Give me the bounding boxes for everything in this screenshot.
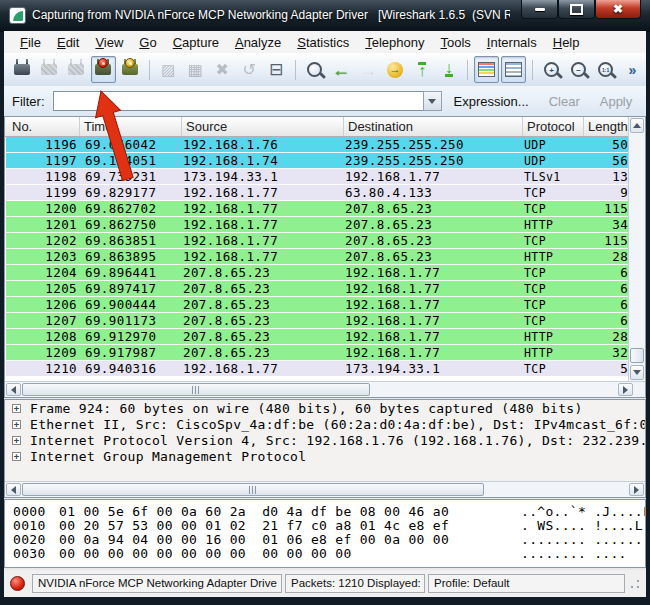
detail-row[interactable]: +Ethernet II, Src: CiscoSpv_4a:df:be (60… [5, 416, 645, 432]
zoom-reset-button[interactable]: 1:1 [593, 56, 618, 83]
save-file-button[interactable]: ▦ [183, 56, 208, 83]
menu-edit[interactable]: Edit [49, 33, 87, 52]
packet-row[interactable]: 120369.863895192.168.1.77207.8.65.23HTTP… [6, 249, 644, 265]
packet-row[interactable]: 119969.829177192.168.1.7763.80.4.133TCP9… [6, 185, 644, 201]
menu-help[interactable]: Help [545, 33, 588, 52]
colorize-button[interactable] [474, 56, 499, 83]
horizontal-scroll-thumb[interactable] [22, 483, 484, 496]
title-bar: Capturing from NVIDIA nForce MCP Network… [0, 0, 650, 32]
find-button[interactable] [302, 56, 327, 83]
column-header-length[interactable]: Length [584, 117, 628, 136]
go-to-packet-button[interactable]: → [382, 56, 407, 83]
go-to-top-button[interactable]: ↑ [409, 56, 434, 83]
minimize-button[interactable] [521, 0, 558, 19]
vertical-scroll-thumb[interactable] [630, 348, 644, 363]
scroll-left-button[interactable] [6, 483, 21, 496]
hex-row[interactable]: 001000 20 57 53 00 00 01 02 21 f7 c0 a8 … [13, 518, 645, 532]
cell-protocol: HTTP [520, 330, 581, 344]
scroll-right-button[interactable] [629, 483, 644, 496]
cell-no: 1210 [6, 361, 77, 376]
maximize-button[interactable] [558, 0, 595, 19]
reload-button[interactable]: ↺ [237, 56, 262, 83]
print-button[interactable]: ⊟ [264, 56, 289, 83]
menu-go[interactable]: Go [131, 33, 164, 52]
expand-icon[interactable]: + [12, 452, 21, 461]
hex-row[interactable]: 003000 00 00 00 00 00 00 00 00 00 00 00.… [13, 546, 645, 560]
overflow-button[interactable]: » [620, 56, 645, 83]
column-header-no[interactable]: No. [5, 117, 80, 136]
list-interfaces-button[interactable] [10, 56, 35, 83]
resize-grip-icon[interactable] [630, 579, 640, 589]
detail-row[interactable]: +Internet Protocol Version 4, Src: 192.1… [5, 432, 645, 448]
apply-button[interactable]: Apply [600, 94, 633, 109]
start-capture-button[interactable] [64, 56, 89, 83]
go-back-button[interactable]: ← [329, 56, 354, 83]
menu-internals[interactable]: Internals [479, 33, 545, 52]
cell-protocol: TCP [520, 298, 581, 312]
statusbar-profile[interactable]: Profile: Default [428, 574, 625, 593]
auto-scroll-button[interactable] [501, 56, 526, 83]
column-header-source[interactable]: Source [182, 117, 344, 136]
expand-icon[interactable]: + [12, 436, 21, 445]
packet-row[interactable]: 120169.862750192.168.1.77207.8.65.23HTTP… [6, 217, 644, 233]
packet-row[interactable]: 119769.134051192.168.1.74239.255.255.250… [6, 153, 644, 169]
list-interfaces-icon [14, 64, 30, 75]
stop-capture-button[interactable] [91, 56, 116, 83]
expand-icon[interactable]: + [12, 404, 21, 413]
packet-row[interactable]: 120769.901173207.8.65.23192.168.1.77TCP6… [6, 313, 644, 329]
thumb-grip-icon [192, 386, 200, 394]
menu-statistics[interactable]: Statistics [289, 33, 357, 52]
go-to-bottom-button[interactable]: ↓ [436, 56, 461, 83]
packet-row[interactable]: 120469.896441207.8.65.23192.168.1.77TCP6… [6, 265, 644, 281]
cell-destination: 192.168.1.77 [341, 345, 520, 360]
packet-row[interactable]: 119669.066042192.168.1.76239.255.255.250… [6, 137, 644, 153]
menu-view[interactable]: View [87, 33, 131, 52]
column-header-protocol[interactable]: Protocol [523, 117, 584, 136]
menu-telephony[interactable]: Telephony [357, 33, 432, 52]
expert-info-icon[interactable] [10, 576, 25, 591]
cell-destination: 192.168.1.77 [341, 329, 520, 344]
packet-list-horizontal-scrollbar[interactable] [5, 381, 645, 397]
column-header-time[interactable]: Time [80, 117, 182, 136]
zoom-out-icon: − [571, 62, 586, 77]
horizontal-scroll-thumb[interactable] [22, 383, 370, 396]
scroll-down-button[interactable] [630, 365, 644, 380]
scroll-left-button[interactable] [6, 383, 21, 396]
filter-dropdown-button[interactable] [423, 91, 442, 111]
open-file-button[interactable]: ▨ [156, 56, 181, 83]
close-button[interactable]: ✖ [595, 0, 641, 19]
packet-row[interactable]: 119869.739231173.194.33.1192.168.1.77TLS… [6, 169, 644, 185]
go-back-icon: ← [332, 61, 350, 79]
filter-input[interactable] [53, 91, 423, 111]
restart-capture-button[interactable] [118, 56, 143, 83]
clear-button[interactable]: Clear [549, 94, 580, 109]
detail-row[interactable]: +Frame 924: 60 bytes on wire (480 bits),… [5, 400, 645, 416]
menu-capture[interactable]: Capture [165, 33, 227, 52]
packet-row[interactable]: 120569.897417207.8.65.23192.168.1.77TCP6… [6, 281, 644, 297]
zoom-out-button[interactable]: − [566, 56, 591, 83]
packet-list-vertical-scrollbar[interactable] [628, 117, 645, 381]
close-file-button[interactable]: ✖ [210, 56, 235, 83]
packet-row[interactable]: 121069.940316192.168.1.77173.194.33.1TCP… [6, 361, 644, 377]
scroll-up-button[interactable] [630, 118, 644, 133]
packet-row[interactable]: 120869.912970207.8.65.23192.168.1.77HTTP… [6, 329, 644, 345]
packet-row[interactable]: 120069.862702192.168.1.77207.8.65.23TCP1… [6, 201, 644, 217]
scroll-right-button[interactable] [618, 383, 633, 396]
packet-row[interactable]: 120269.863851192.168.1.77207.8.65.23TCP1… [6, 233, 644, 249]
detail-row[interactable]: +Internet Group Management Protocol [5, 448, 645, 464]
packet-row[interactable]: 120669.900444207.8.65.23192.168.1.77TCP6… [6, 297, 644, 313]
menu-analyze[interactable]: Analyze [227, 33, 289, 52]
hex-dump-pane[interactable]: 000001 00 5e 6f 00 0a 60 2a d0 4a df be … [4, 499, 646, 568]
menu-file[interactable]: File [12, 33, 49, 52]
details-horizontal-scrollbar[interactable] [5, 481, 645, 497]
go-forward-button[interactable]: → [355, 56, 380, 83]
hex-row[interactable]: 002000 0a 94 04 00 00 16 00 01 06 e8 ef … [13, 532, 645, 546]
hex-row[interactable]: 000001 00 5e 6f 00 0a 60 2a d0 4a df be … [13, 504, 645, 518]
packet-row[interactable]: 120969.917987207.8.65.23192.168.1.77HTTP… [6, 345, 644, 361]
capture-options-button[interactable] [37, 56, 62, 83]
menu-tools[interactable]: Tools [433, 33, 479, 52]
zoom-in-button[interactable]: + [539, 56, 564, 83]
column-header-destination[interactable]: Destination [344, 117, 523, 136]
expression-button[interactable]: Expression... [454, 94, 529, 109]
expand-icon[interactable]: + [12, 420, 21, 429]
